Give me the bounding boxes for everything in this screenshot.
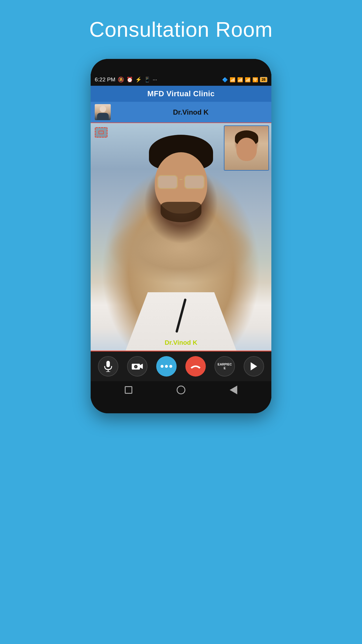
mic-button[interactable] (98, 356, 118, 377)
svg-marker-6 (140, 364, 143, 369)
more-dots-icon: ··· (153, 77, 157, 83)
alarm-icon: ⏰ (126, 76, 133, 83)
phone-frame: 6:22 PM 🔕 ⏰ ⚡ 📱 ··· 🔷 📶 📶 📶 🛜 26 MFD Vir… (91, 59, 271, 413)
switch-button[interactable] (244, 356, 264, 377)
end-call-button[interactable] (185, 356, 206, 377)
glasses-bridge (180, 179, 182, 180)
back-icon (230, 386, 237, 394)
mic-icon (103, 361, 113, 372)
doctor-bar: Dr.Vinod K (91, 102, 271, 123)
dot1 (161, 365, 164, 368)
video-area[interactable]: Dr.Vinod K (91, 123, 271, 351)
glasses-lens-left (157, 175, 178, 189)
glasses-lens-right (184, 175, 205, 189)
bluetooth-icon: 🔷 (222, 77, 228, 83)
wifi2-icon: 🛜 (252, 77, 258, 83)
doctor-glasses (156, 175, 206, 190)
phone-top-cap (91, 59, 271, 74)
app-header: MFD Virtual Clinic (91, 86, 271, 102)
pip-face-bg (224, 126, 268, 170)
signal-icon: 📶 (230, 77, 236, 83)
home-icon (177, 386, 185, 394)
svg-rect-0 (106, 361, 110, 367)
back-button[interactable] (226, 385, 240, 395)
status-bar-right: 🔷 📶 📶 📶 🛜 26 (222, 77, 267, 83)
more-button[interactable] (156, 356, 177, 377)
doctor-beard (161, 202, 201, 222)
battery-icon: 26 (260, 77, 267, 82)
phone-screen: 6:22 PM 🔕 ⏰ ⚡ 📱 ··· 🔷 📶 📶 📶 🛜 26 MFD Vir… (91, 74, 271, 399)
screen-share-icon[interactable] (95, 127, 108, 138)
status-bar: 6:22 PM 🔕 ⏰ ⚡ 📱 ··· 🔷 📶 📶 📶 🛜 26 (91, 74, 271, 86)
dots-icon (161, 365, 172, 368)
doctor-name-label: Dr.Vinod K (114, 108, 267, 116)
camera-button[interactable] (127, 356, 147, 377)
page-title: Consultation Room (89, 18, 273, 41)
recents-icon (125, 386, 132, 394)
earpiece-label: EARPIECE (218, 363, 232, 370)
dot3 (169, 365, 172, 368)
video-name-overlay: Dr.Vinod K (165, 339, 197, 346)
signal2-icon: 📶 (245, 77, 251, 83)
svg-point-5 (135, 366, 137, 368)
call-controls: EARPIECE (91, 351, 271, 381)
earpiece-button[interactable]: EARPIECE (215, 356, 235, 377)
status-bar-left: 6:22 PM 🔕 ⏰ ⚡ 📱 ··· (95, 76, 157, 83)
camera-icon (132, 362, 143, 370)
screen-share-inner (99, 131, 104, 134)
doctor-avatar-image (95, 104, 111, 120)
pip-face (236, 138, 257, 161)
dot2 (165, 365, 168, 368)
mute-icon: 🔕 (118, 76, 124, 83)
app-header-title: MFD Virtual Clinic (147, 89, 215, 98)
pip-video[interactable] (224, 125, 269, 171)
recents-button[interactable] (122, 385, 136, 395)
nav-bar (91, 381, 271, 399)
bolt-icon: ⚡ (135, 76, 142, 83)
doctor-avatar (95, 104, 111, 120)
status-bar-time: 6:22 PM (95, 76, 115, 83)
whatsapp-icon: 📱 (144, 76, 150, 83)
arrow-right-icon (251, 362, 257, 370)
wifi-icon: 📶 (237, 77, 243, 83)
home-button[interactable] (174, 385, 188, 395)
phone-bottom-cap (91, 399, 271, 413)
end-call-icon (190, 363, 201, 369)
